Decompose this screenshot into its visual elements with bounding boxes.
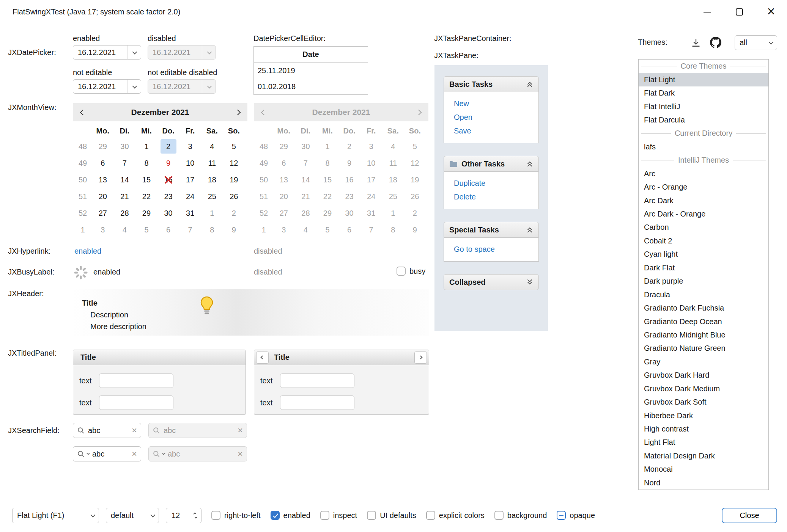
theme-item-gradianto-midnight-blue[interactable]: Gradianto Midnight Blue (639, 328, 768, 342)
calendar-day[interactable]: 2 (157, 138, 179, 155)
table-row[interactable]: 25.11.2019 (254, 63, 368, 78)
calendar-day[interactable]: 9 (223, 221, 245, 238)
calendar-day[interactable]: 10 (179, 155, 201, 171)
github-icon[interactable] (710, 36, 722, 49)
theme-item-lafs[interactable]: lafs (639, 140, 768, 154)
calendar-day[interactable]: 14 (114, 171, 136, 188)
calendar-day[interactable]: 1 (201, 205, 223, 221)
calendar-day[interactable]: 16 (157, 171, 179, 188)
checkbox-inspect[interactable]: inspect (320, 511, 357, 520)
spinner-up-icon[interactable] (193, 512, 196, 515)
theme-item-arc[interactable]: Arc (639, 167, 768, 180)
calendar-day[interactable]: 4 (114, 221, 136, 238)
calendar-dropdown-button[interactable] (127, 46, 141, 59)
theme-item-carbon[interactable]: Carbon (639, 221, 768, 234)
calendar-day[interactable]: 19 (223, 171, 245, 188)
titlebar[interactable]: FlatSwingXTest (Java 17; system scale fa… (0, 0, 787, 24)
calendar-day[interactable]: 30 (114, 138, 136, 155)
calendar-day[interactable]: 6 (92, 155, 114, 171)
date-picker-not-editable[interactable]: 16.12.2021 (73, 79, 141, 94)
theme-item-gradianto-dark-fuchsia[interactable]: Gradianto Dark Fuchsia (639, 301, 768, 315)
calendar-day[interactable]: 29 (92, 138, 114, 155)
task-link-open[interactable]: Open (454, 110, 538, 124)
task-link-new[interactable]: New (454, 97, 538, 110)
collapse-chevron-up-icon[interactable] (526, 226, 533, 233)
theme-item-arc-dark-orange[interactable]: Arc Dark - Orange (639, 207, 768, 221)
theme-item-monocai[interactable]: Monocai (639, 463, 768, 476)
collapse-chevron-up-icon[interactable] (526, 160, 533, 167)
theme-item-flat-intellij[interactable]: Flat IntelliJ (639, 100, 768, 113)
calendar-day[interactable]: 4 (201, 138, 223, 155)
calendar-day[interactable]: 8 (135, 155, 157, 171)
calendar-day[interactable]: 24 (179, 188, 201, 205)
calendar-day[interactable]: 3 (92, 221, 114, 238)
taskpane-header[interactable]: Basic Tasks (444, 76, 539, 92)
collapse-chevron-down-icon[interactable] (526, 279, 533, 286)
titled-panel-prev-button[interactable] (256, 352, 269, 364)
calendar-day[interactable]: 8 (201, 221, 223, 238)
checkbox-opaque[interactable]: opaque (557, 511, 595, 520)
calendar-day[interactable]: 11 (201, 155, 223, 171)
close-dialog-button[interactable]: Close (722, 508, 777, 523)
checkbox-background[interactable]: background (494, 511, 547, 520)
table-row[interactable]: 01.02.2018 (254, 78, 368, 94)
calendar-day[interactable]: 28 (114, 205, 136, 221)
task-link-go-to-space[interactable]: Go to space (454, 242, 538, 256)
prev-month-button[interactable] (73, 110, 93, 115)
calendar-day[interactable]: 1 (135, 138, 157, 155)
calendar-day[interactable]: 22 (135, 188, 157, 205)
minimize-button[interactable] (691, 0, 723, 24)
theme-item-light-flat[interactable]: Light Flat (639, 436, 768, 449)
download-icon[interactable] (690, 37, 702, 49)
checkbox-explicit-colors[interactable]: explicit colors (426, 511, 485, 520)
search-field-menu-enabled[interactable]: abc × (73, 446, 141, 461)
spinner-down-icon[interactable] (194, 515, 197, 518)
taskpane-header[interactable]: Other Tasks (444, 156, 539, 172)
theme-item-arc-dark[interactable]: Arc Dark (639, 194, 768, 207)
font-size-spinner[interactable]: 12 (166, 508, 201, 523)
theme-item-high-contrast[interactable]: High contrast (639, 422, 768, 436)
taskpane-header[interactable]: Collapsed (444, 274, 539, 290)
theme-item-gradianto-nature-green[interactable]: Gradianto Nature Green (639, 342, 768, 355)
calendar-day[interactable]: 7 (179, 221, 201, 238)
theme-item-dracula[interactable]: Dracula (639, 288, 768, 301)
laf-combo[interactable]: Flat Light (F1) (12, 508, 99, 523)
maximize-button[interactable] (723, 0, 755, 24)
search-menu-icon[interactable] (77, 450, 85, 458)
calendar-day[interactable]: 6 (157, 221, 179, 238)
calendar-day[interactable]: 29 (135, 205, 157, 221)
calendar-day[interactable]: 7 (114, 155, 136, 171)
calendar-dropdown-button[interactable] (127, 80, 141, 93)
hyperlink-enabled[interactable]: enabled (74, 247, 101, 256)
text-input[interactable] (99, 373, 173, 388)
search-field-enabled[interactable]: abc × (73, 423, 141, 438)
taskpane-header[interactable]: Special Tasks (444, 222, 539, 238)
calendar-day[interactable]: 23 (157, 188, 179, 205)
theme-item-material-design-dark[interactable]: Material Design Dark (639, 449, 768, 463)
task-link-duplicate[interactable]: Duplicate (454, 176, 538, 190)
theme-item-gray[interactable]: Gray (639, 355, 768, 369)
checkbox-ui-defaults[interactable]: UI defaults (367, 511, 416, 520)
theme-item-cobalt-2[interactable]: Cobalt 2 (639, 234, 768, 248)
calendar-day[interactable]: 2 (223, 205, 245, 221)
calendar-day[interactable]: 5 (223, 138, 245, 155)
checkbox-busy[interactable]: busy (397, 267, 425, 276)
date-picker-enabled[interactable]: 16.12.2021 (73, 45, 141, 60)
calendar-day[interactable]: 3 (179, 138, 201, 155)
calendar-day[interactable]: 20 (92, 188, 114, 205)
text-input[interactable] (99, 395, 173, 410)
next-month-button[interactable] (228, 110, 247, 115)
calendar-day[interactable]: 25 (201, 188, 223, 205)
theme-item-nord[interactable]: Nord (639, 476, 768, 490)
theme-item-dark-flat[interactable]: Dark Flat (639, 261, 768, 275)
theme-item-flat-darcula[interactable]: Flat Darcula (639, 113, 768, 127)
checkbox-right-to-left[interactable]: right-to-left (211, 511, 261, 520)
clear-icon[interactable]: × (132, 449, 137, 458)
font-combo[interactable]: default (106, 508, 159, 523)
calendar-day[interactable]: 9 (157, 155, 179, 171)
task-link-delete[interactable]: Delete (454, 190, 538, 204)
collapse-chevron-up-icon[interactable] (526, 81, 533, 88)
clear-icon[interactable]: × (132, 426, 137, 435)
text-input[interactable] (280, 395, 354, 410)
calendar-day[interactable]: 5 (135, 221, 157, 238)
